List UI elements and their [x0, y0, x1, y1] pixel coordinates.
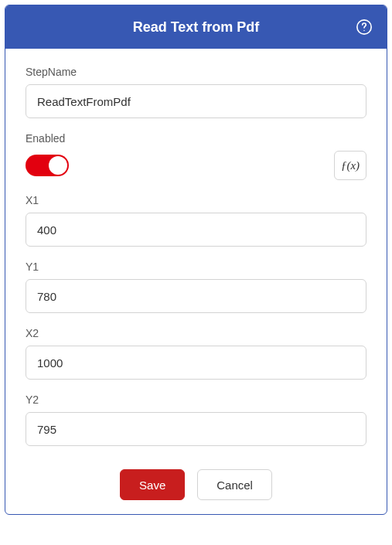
x2-label: X2 [26, 327, 366, 339]
toggle-knob [49, 156, 67, 175]
x1-input[interactable] [26, 213, 366, 247]
form-body: StepName Enabled ƒ(x) X1 Y1 X2 [5, 49, 387, 514]
y2-input[interactable] [26, 412, 366, 446]
help-icon[interactable] [356, 19, 373, 36]
y1-label: Y1 [26, 261, 366, 273]
enabled-field: Enabled ƒ(x) [26, 132, 366, 180]
svg-point-1 [363, 30, 364, 31]
config-panel: Read Text from Pdf StepName Enabled ƒ(x) [5, 5, 387, 515]
stepname-input[interactable] [26, 84, 366, 118]
panel-header: Read Text from Pdf [5, 5, 387, 49]
y2-label: Y2 [26, 393, 366, 406]
enabled-row: ƒ(x) [26, 151, 366, 180]
save-button[interactable]: Save [120, 469, 185, 500]
fx-button[interactable]: ƒ(x) [334, 151, 366, 180]
footer-actions: Save Cancel [26, 460, 366, 514]
enabled-toggle[interactable] [26, 155, 69, 176]
cancel-button[interactable]: Cancel [197, 469, 272, 500]
x1-field: X1 [26, 194, 366, 247]
y1-field: Y1 [26, 261, 366, 313]
stepname-field: StepName [26, 66, 366, 118]
x1-label: X1 [26, 194, 366, 206]
y1-input[interactable] [26, 279, 366, 313]
x2-field: X2 [26, 327, 366, 380]
y2-field: Y2 [26, 393, 366, 446]
fx-icon: ƒ(x) [341, 159, 360, 172]
x2-input[interactable] [26, 346, 366, 380]
enabled-label: Enabled [26, 132, 366, 145]
stepname-label: StepName [26, 66, 366, 78]
panel-title: Read Text from Pdf [133, 19, 260, 36]
